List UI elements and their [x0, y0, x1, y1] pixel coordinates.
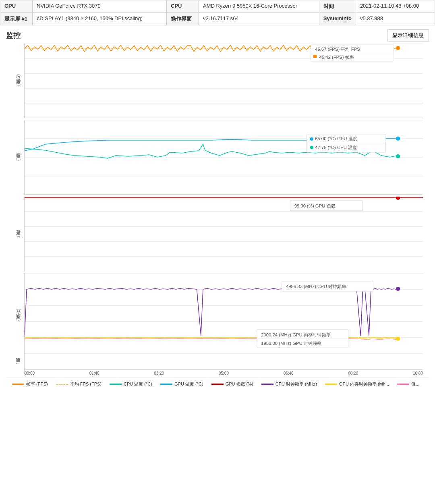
cpu-value: AMD Ryzen 9 5950X 16-Core Processor	[199, 0, 319, 13]
legend-cpu-temp-label: CPU 温度 (°C)	[124, 381, 152, 387]
svg-point-72	[396, 337, 400, 341]
svg-point-35	[396, 154, 400, 158]
legend-value: 值...	[397, 381, 419, 387]
fps-y-label: 帧率 (FPS)	[12, 44, 24, 118]
x-label-3: 05:00	[219, 371, 229, 375]
freq-y-label: 频率 (MHz)	[12, 273, 24, 358]
svg-rect-16	[313, 55, 317, 58]
time-value: 2021-02-11 10:48 +08:00	[356, 0, 435, 13]
x-label-5: 08:20	[348, 371, 358, 375]
x-label-1: 01:40	[89, 371, 99, 375]
legend-gpu-temp: GPU 温度 (°C)	[160, 381, 203, 387]
legend-gpu-mem-clock-label: GPU 内存时钟频率 (Mh...	[339, 381, 389, 387]
sysinfo-value: v5.37.888	[356, 13, 435, 25]
freq-y-label2: 帧率测试 1	[12, 358, 24, 370]
legend-fps: 帧率 (FPS)	[12, 381, 48, 387]
svg-point-71	[396, 287, 400, 291]
x-label-2: 03:20	[154, 371, 164, 375]
os-label: 操作界面	[166, 13, 199, 25]
monitor-title: 监控	[6, 31, 21, 40]
svg-text:45.42 (FPS) 帧率: 45.42 (FPS) 帧率	[319, 55, 354, 60]
svg-point-32	[310, 146, 313, 149]
legend-bar: 帧率 (FPS) 平均 FPS (FPS) CPU 温度 (°C) GPU 温度…	[6, 377, 429, 390]
detail-button[interactable]: 显示详细信息	[387, 29, 429, 41]
svg-point-29	[310, 137, 313, 141]
gpu-label: GPU	[0, 0, 33, 13]
legend-gpu-temp-label: GPU 温度 (°C)	[174, 381, 203, 387]
svg-text:2000.24 (MHz) GPU 内存时钟频率: 2000.24 (MHz) GPU 内存时钟频率	[261, 332, 331, 337]
svg-text:65.00 (°C) GPU 温度: 65.00 (°C) GPU 温度	[315, 136, 357, 141]
svg-point-18	[396, 46, 400, 50]
time-label: 时间	[319, 0, 356, 13]
svg-text:1950.00 (MHz) GPU 时钟频率: 1950.00 (MHz) GPU 时钟频率	[261, 341, 321, 346]
legend-avg-fps: 平均 FPS (FPS)	[56, 381, 102, 387]
cpu-label: CPU	[166, 0, 199, 13]
legend-cpu-clock-label: CPU 时钟频率 (MHz)	[276, 381, 317, 387]
sysinfo-label: SystemInfo	[319, 13, 356, 25]
x-label-6: 10:00	[413, 371, 423, 375]
svg-point-51	[396, 197, 400, 200]
x-label-4: 06:40	[284, 371, 294, 375]
legend-cpu-temp: CPU 温度 (°C)	[110, 381, 152, 387]
display-label: 显示屏 #1	[0, 13, 33, 25]
temp-y-label: 温度 (°C)	[12, 120, 24, 195]
gpu-value: NVIDIA GeForce RTX 3070	[33, 0, 167, 13]
legend-cpu-clock: CPU 时钟频率 (MHz)	[261, 381, 317, 387]
legend-fps-label: 帧率 (FPS)	[26, 381, 48, 387]
x-label-0: 00:00	[25, 371, 35, 375]
os-value: v2.16.7117 s64	[199, 13, 319, 25]
legend-gpu-mem-clock: GPU 内存时钟频率 (Mh...	[325, 381, 389, 387]
load-y-label: 百分比 (%)	[12, 197, 24, 271]
legend-gpu-load-label: GPU 负载 (%)	[226, 381, 253, 387]
legend-value-label: 值...	[411, 381, 419, 387]
svg-point-34	[396, 137, 400, 141]
legend-avg-fps-label: 平均 FPS (FPS)	[70, 381, 102, 387]
legend-gpu-load: GPU 负载 (%)	[211, 381, 253, 387]
display-value: \\DISPLAY1 (3840 × 2160, 150% DPI scalin…	[33, 13, 167, 25]
svg-text:99.00 (%) GPU 负载: 99.00 (%) GPU 负载	[294, 203, 336, 208]
svg-text:4998.83 (MHz) CPU 时钟频率: 4998.83 (MHz) CPU 时钟频率	[286, 284, 346, 289]
x-axis: 00:00 01:40 03:20 05:00 06:40 08:20 10:0…	[24, 370, 423, 375]
svg-text:46.67 (FPS) 平均 FPS: 46.67 (FPS) 平均 FPS	[315, 47, 360, 52]
svg-text:47.75 (°C) CPU 温度: 47.75 (°C) CPU 温度	[315, 145, 357, 150]
